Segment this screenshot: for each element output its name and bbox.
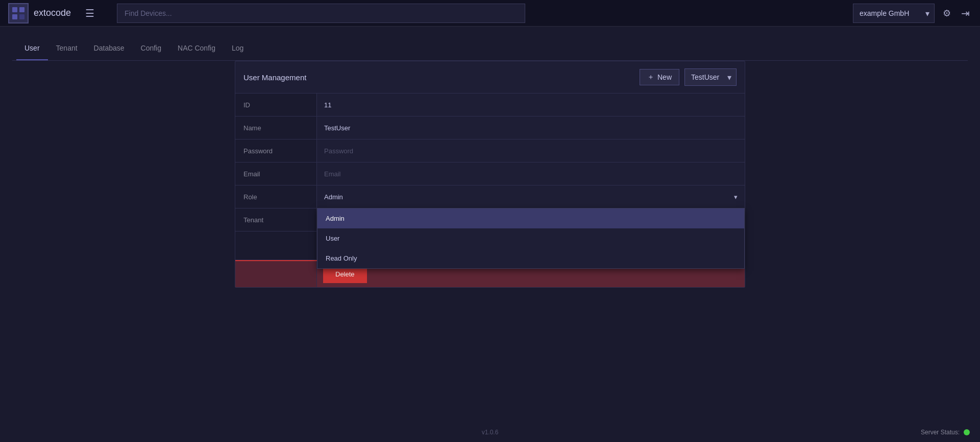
section-title: User Management: [243, 73, 306, 82]
version-label: v1.0.6: [482, 429, 499, 436]
main-content: User Tenant Database Config NAC Config L…: [0, 27, 980, 423]
nav-right: example GmbH ⚙ ⇥: [853, 4, 972, 23]
svg-rect-2: [12, 14, 17, 19]
svg-rect-3: [19, 14, 24, 19]
section-header: User Management ＋ New TestUser: [235, 61, 745, 94]
name-label: Name: [235, 117, 317, 139]
user-management-card: User Management ＋ New TestUser ID: [235, 61, 745, 288]
role-option-user[interactable]: User: [317, 228, 744, 248]
email-field: [317, 162, 745, 185]
user-selector[interactable]: TestUser: [684, 68, 737, 86]
logout-button[interactable]: ⇥: [959, 5, 972, 21]
role-dropdown: Admin User Read Only: [317, 208, 745, 269]
password-row: Password: [235, 139, 745, 162]
name-row: Name: [235, 117, 745, 139]
tenant-row-label: Tenant: [235, 208, 317, 231]
new-user-button[interactable]: ＋ New: [640, 69, 679, 85]
tab-config[interactable]: Config: [133, 37, 169, 60]
user-form: ID Name Password Email: [235, 94, 745, 287]
plus-icon: ＋: [647, 73, 654, 82]
search-input[interactable]: [117, 4, 525, 23]
password-label: Password: [235, 139, 317, 162]
tenant-selector[interactable]: example GmbH: [853, 4, 935, 23]
status-dot-green: [964, 429, 970, 435]
role-option-admin[interactable]: Admin: [317, 208, 744, 228]
id-input[interactable]: [317, 94, 745, 116]
role-selected-value: Admin: [324, 193, 343, 201]
tab-nac-config[interactable]: NAC Config: [169, 37, 224, 60]
email-row: Email: [235, 162, 745, 185]
svg-rect-1: [19, 7, 24, 12]
password-field: [317, 139, 745, 162]
user-select-wrapper: TestUser: [684, 68, 737, 86]
settings-icon: ⚙: [943, 8, 951, 18]
id-label: ID: [235, 94, 317, 116]
password-input[interactable]: [317, 139, 745, 162]
id-row: ID: [235, 94, 745, 117]
role-select-display[interactable]: Admin ▾: [317, 185, 745, 208]
logout-icon: ⇥: [961, 8, 970, 19]
footer: v1.0.6: [0, 423, 980, 442]
app-name: extocode: [34, 8, 71, 18]
tab-tenant[interactable]: Tenant: [48, 37, 86, 60]
id-field: [317, 94, 745, 116]
hamburger-menu-button[interactable]: ☰: [81, 5, 99, 21]
header-actions: ＋ New TestUser: [640, 68, 737, 86]
name-input[interactable]: [317, 117, 745, 139]
role-option-readonly[interactable]: Read Only: [317, 248, 744, 268]
server-status-label: Server Status:: [921, 429, 960, 436]
logo-area: extocode: [8, 3, 71, 24]
tab-log[interactable]: Log: [224, 37, 252, 60]
action-label: [235, 231, 317, 260]
role-label: Role: [235, 185, 317, 208]
email-input[interactable]: [317, 162, 745, 185]
name-field: [317, 117, 745, 139]
settings-button[interactable]: ⚙: [941, 6, 953, 21]
search-bar: [117, 4, 525, 23]
top-navigation: extocode ☰ example GmbH ⚙ ⇥: [0, 0, 980, 27]
svg-rect-0: [12, 7, 17, 12]
email-label: Email: [235, 162, 317, 185]
role-chevron-icon: ▾: [734, 193, 738, 201]
tenant-selector-wrapper: example GmbH: [853, 4, 935, 23]
new-button-label: New: [657, 73, 672, 81]
tab-database[interactable]: Database: [86, 37, 133, 60]
delete-label: [235, 261, 317, 287]
logo-icon: [8, 3, 29, 24]
tab-bar: User Tenant Database Config NAC Config L…: [12, 37, 968, 61]
role-row: Role Admin ▾ Admin User Read Only: [235, 185, 745, 208]
role-field: Admin ▾ Admin User Read Only: [317, 185, 745, 208]
server-status: Server Status:: [921, 429, 970, 436]
tab-user[interactable]: User: [16, 37, 48, 60]
